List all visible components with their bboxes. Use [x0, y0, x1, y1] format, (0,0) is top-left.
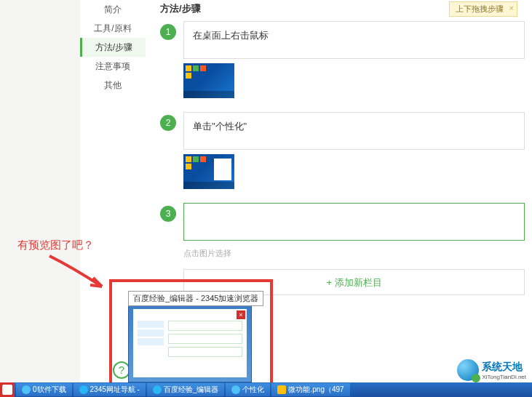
- app-icon: [231, 385, 240, 394]
- sidebar-item-other[interactable]: 其他: [80, 76, 146, 95]
- preview-main-icon: [168, 321, 242, 360]
- preview-close-icon[interactable]: ×: [237, 310, 245, 319]
- taskbar-preview-tooltip: 百度经验_编辑器 - 2345加速浏览器: [128, 291, 263, 306]
- context-menu-icon: [214, 159, 231, 180]
- taskbar-item[interactable]: 2345网址导航 -: [74, 383, 146, 396]
- sidebar-item-steps[interactable]: 方法/步骤: [80, 38, 146, 57]
- ie-icon: [153, 385, 162, 394]
- step-input-2[interactable]: 单击"个性化": [183, 112, 525, 150]
- annotation-text: 有预览图了吧？: [17, 238, 94, 252]
- taskbar-item[interactable]: 微功能.png（497: [271, 383, 349, 396]
- taskbar: 0软件下载 2345网址导航 - 百度经验_编辑器 个性化 微功能.png（49…: [0, 382, 532, 397]
- step-input-3[interactable]: [183, 203, 525, 241]
- step-number-badge: 1: [160, 24, 176, 40]
- main-content: 方法/步骤 上下拖拽步骤 × 1 在桌面上右击鼠标 ✥ × + 2 单击"个性化…: [160, 0, 525, 295]
- step-row-2: 2 单击"个性化" ✥ × +: [160, 112, 525, 150]
- watermark-logo-icon: [457, 359, 479, 381]
- tooltip-close-icon[interactable]: ×: [509, 4, 514, 12]
- upload-hint[interactable]: 点击图片选择: [183, 245, 525, 262]
- sidebar-item-tools[interactable]: 工具/原料: [80, 19, 146, 38]
- sidebar-item-notes[interactable]: 注意事项: [80, 57, 146, 76]
- desktop-thumbnail-icon: [183, 154, 234, 189]
- watermark-text: 系统天地 XiTongTianDi.net: [482, 361, 526, 380]
- step-number-badge: 2: [160, 115, 176, 131]
- step-row-1: 1 在桌面上右击鼠标 ✥ × +: [160, 21, 525, 59]
- annotation-arrow-icon: [44, 253, 116, 297]
- step-input-1[interactable]: 在桌面上右击鼠标: [183, 21, 525, 59]
- preview-inner: ×: [133, 309, 247, 377]
- preview-sidebar-icon: [138, 321, 164, 347]
- taskbar-item[interactable]: 0软件下载: [16, 383, 72, 396]
- app-icon: [22, 385, 31, 394]
- step-thumbnail-1[interactable]: [183, 63, 525, 100]
- taskbar-item[interactable]: 百度经验_编辑器: [147, 383, 225, 396]
- desktop-thumbnail-icon: [183, 63, 234, 98]
- sidebar-item-intro[interactable]: 简介: [80, 0, 146, 19]
- step-row-3: 3 ✥ × +: [160, 203, 525, 241]
- taskbar-item[interactable]: 个性化: [226, 383, 270, 396]
- step-number-badge: 3: [160, 206, 176, 222]
- watermark: 系统天地 XiTongTianDi.net: [457, 359, 526, 381]
- drag-tooltip: 上下拖拽步骤 ×: [449, 1, 517, 17]
- tooltip-text: 上下拖拽步骤: [456, 4, 504, 13]
- ie-icon: [79, 385, 88, 394]
- sidebar: 简介 工具/原料 方法/步骤 注意事项 其他: [80, 0, 146, 95]
- image-icon: [277, 385, 286, 394]
- step-thumbnail-2[interactable]: [183, 154, 525, 191]
- taskbar-preview-window[interactable]: ×: [128, 304, 252, 382]
- start-button-icon[interactable]: [0, 382, 15, 397]
